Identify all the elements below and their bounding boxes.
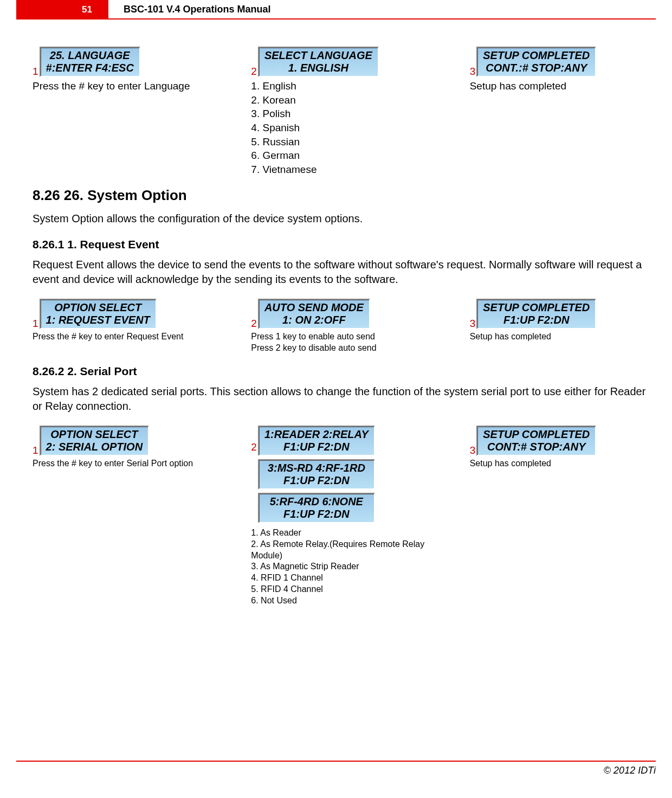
lcd-line: 25. LANGUAGE [50, 49, 130, 61]
list-item: 1. As Reader [251, 528, 301, 537]
lcd-display: 3:MS-RD 4:RF-1RD F1:UP F2:DN [258, 459, 375, 490]
list-item: 6. German [251, 150, 300, 161]
lcd-line: 1: REQUEST EVENT [46, 314, 150, 326]
heading-serial-port: 8.26.2 2. Serial Port [33, 365, 656, 378]
lcd-stack: 1:READER 2:RELAY F1:UP F2:DN 3:MS-RD 4:R… [258, 426, 375, 526]
list-item: 1. English [251, 80, 296, 92]
list-item: 7. Vietnamese [251, 164, 316, 175]
language-step-row: 1 25. LANGUAGE #:ENTER F4:ESC Press the … [33, 47, 656, 176]
lcd-display: OPTION SELECT 2: SERIAL OPTION [40, 426, 150, 456]
lcd-line: F1:UP F2:DN [503, 314, 569, 326]
step-number: 2 [251, 66, 257, 78]
lcd-line: 1. ENGLISH [288, 62, 348, 74]
lcd-line: 3:MS-RD 4:RF-1RD [268, 462, 365, 474]
lcd-line: CONT:# STOP:ANY [487, 441, 586, 453]
list-item: 6. Not Used [251, 596, 296, 605]
step-caption: 1. As Reader 2. As Remote Relay.(Require… [251, 527, 437, 607]
list-item: 5. RFID 4 Channel [251, 584, 323, 594]
lcd-line: 2: SERIAL OPTION [46, 441, 143, 453]
lcd-line: SETUP COMPLETED [483, 301, 590, 313]
lcd-line: 1:READER 2:RELAY [264, 428, 369, 440]
serial-port-step-row: 1 OPTION SELECT 2: SERIAL OPTION Press t… [33, 426, 656, 607]
manual-title: BSC-101 V.4 Operations Manual [108, 0, 656, 20]
page-footer: © 2012 IDTi [16, 761, 656, 776]
lcd-display: 1:READER 2:RELAY F1:UP F2:DN [258, 426, 375, 456]
list-item: 4. RFID 1 Channel [251, 573, 323, 582]
lcd-line: F1:UP F2:DN [283, 508, 349, 520]
step-number: 1 [33, 66, 38, 78]
lcd-display: OPTION SELECT 1: REQUEST EVENT [40, 299, 157, 329]
lcd-line: OPTION SELECT [54, 301, 141, 313]
lcd-display: 25. LANGUAGE #:ENTER F4:ESC [40, 47, 140, 77]
paragraph: Request Event allows the device to send … [33, 258, 656, 287]
page-number-box: 51 [16, 0, 108, 20]
lcd-line: CONT.:# STOP:ANY [486, 62, 587, 74]
lcd-display: SETUP COMPLETED CONT.:# STOP:ANY [476, 47, 596, 77]
step-caption: 1. English 2. Korean 3. Polish 4. Spanis… [251, 79, 437, 176]
step-number: 3 [470, 66, 476, 78]
list-item: Press 2 key to disable auto send [251, 343, 376, 352]
step-number: 2 [251, 426, 257, 454]
lcd-line: AUTO SEND MODE [264, 301, 364, 313]
list-item: 3. As Magnetic Strip Reader [251, 562, 359, 571]
step-caption: Press the # key to enter Language [33, 79, 218, 93]
lcd-display: SETUP COMPLETED F1:UP F2:DN [476, 299, 596, 329]
lcd-display: SELECT LANGUAGE 1. ENGLISH [258, 47, 379, 77]
lcd-line: SELECT LANGUAGE [264, 49, 372, 61]
list-item: 5. Russian [251, 136, 300, 147]
step-caption: Setup has completed [470, 79, 656, 93]
lcd-line: #:ENTER F4:ESC [46, 62, 134, 74]
page-header: 51 BSC-101 V.4 Operations Manual [16, 0, 656, 20]
page-number: 51 [82, 4, 92, 15]
lcd-line: SETUP COMPLETED [483, 49, 590, 61]
list-item: 2. Korean [251, 94, 295, 106]
lcd-line: 5:RF-4RD 6:NONE [270, 495, 363, 507]
step-number: 3 [470, 445, 476, 457]
step-caption: Setup has completed [470, 331, 656, 343]
step-caption: Press 1 key to enable auto send Press 2 … [251, 331, 437, 354]
lcd-display: AUTO SEND MODE 1: ON 2:OFF [258, 299, 370, 329]
lcd-line: F1:UP F2:DN [283, 441, 349, 453]
step-number: 1 [33, 318, 38, 330]
lcd-line: SETUP COMPLETED [483, 428, 590, 440]
list-item: Press 1 key to enable auto send [251, 332, 375, 341]
lcd-display: 5:RF-4RD 6:NONE F1:UP F2:DN [258, 493, 375, 523]
request-event-step-row: 1 OPTION SELECT 1: REQUEST EVENT Press t… [33, 299, 656, 354]
step-number: 2 [251, 318, 257, 330]
heading-system-option: 8.26 26. System Option [33, 187, 656, 204]
step-caption: Press the # key to enter Request Event [33, 331, 218, 343]
heading-request-event: 8.26.1 1. Request Event [33, 238, 656, 251]
list-item: 4. Spanish [251, 122, 300, 133]
lcd-line: F1:UP F2:DN [283, 474, 349, 486]
step-caption: Setup has completed [470, 458, 656, 469]
paragraph: System Option allows the configuration o… [33, 211, 656, 226]
paragraph: System has 2 dedicated serial ports. Thi… [33, 384, 656, 414]
lcd-display: SETUP COMPLETED CONT:# STOP:ANY [476, 426, 596, 456]
lcd-line: OPTION SELECT [50, 428, 138, 440]
lcd-line: 1: ON 2:OFF [282, 314, 346, 326]
step-caption: Press the # key to enter Serial Port opt… [33, 458, 218, 469]
list-item: 2. As Remote Relay.(Requires Remote Rela… [251, 539, 424, 560]
step-number: 1 [33, 445, 38, 457]
list-item: 3. Polish [251, 108, 290, 119]
step-number: 3 [470, 318, 476, 330]
